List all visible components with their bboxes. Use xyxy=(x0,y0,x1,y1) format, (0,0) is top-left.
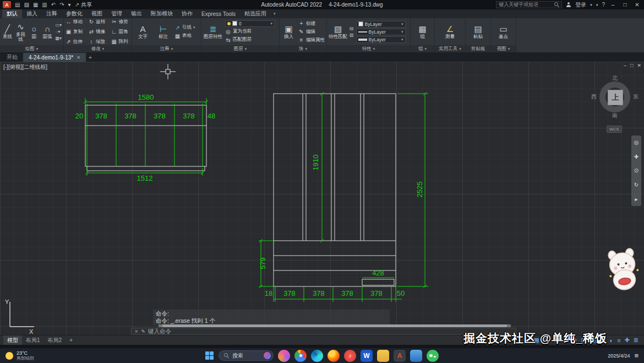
login-button[interactable]: 登录 xyxy=(575,1,586,9)
new-tab-button[interactable]: + xyxy=(86,53,95,62)
dim-text-378[interactable]: 378 xyxy=(95,112,107,120)
layout2-tab[interactable]: 布局2 xyxy=(44,335,66,345)
model-tab[interactable]: 模型 xyxy=(3,335,22,345)
taskbar-menu-icon[interactable]: ≡ xyxy=(634,351,638,360)
compass-south-label[interactable]: 南 xyxy=(612,112,618,120)
panel-label-view[interactable]: 视图▾ xyxy=(491,45,516,52)
tool-create-block[interactable]: +创建 xyxy=(298,20,325,27)
tab-output[interactable]: 输出 xyxy=(127,9,146,18)
tab-featured-apps[interactable]: 精选应用 xyxy=(240,9,271,18)
tool-move[interactable]: ↔移动 xyxy=(66,18,84,25)
tool-mirror[interactable]: ⇄镜像 xyxy=(88,28,107,35)
drawing-canvas[interactable]: 1580 20 378 378 378 378 48 1512 1910 252… xyxy=(0,62,644,335)
orbit-icon[interactable]: ↻ xyxy=(634,182,638,188)
tab-annotate[interactable]: 注释 xyxy=(42,9,62,18)
tool-edit-attributes[interactable]: ≡编辑属性 xyxy=(298,36,325,44)
tab-manage[interactable]: 管理 xyxy=(107,9,127,18)
zoom-icon[interactable]: ⊙ xyxy=(634,167,638,174)
draw-more-tools[interactable]: ▭▾ ◌▾ ▩▾ xyxy=(55,23,62,41)
viewport-label[interactable]: [-][俯视][二维线框] xyxy=(3,63,47,71)
tool-match-layer[interactable]: ⇆匹配图层 xyxy=(225,36,275,44)
panel-label-properties[interactable]: 特性▾ xyxy=(327,45,410,52)
tab-addins[interactable]: 附加模块 xyxy=(146,9,177,18)
panel-label-utilities[interactable]: 实用工具▾ xyxy=(435,45,465,52)
taskbar-search[interactable]: 搜索 xyxy=(219,350,274,361)
tab-default[interactable]: 默认 xyxy=(2,9,22,18)
taskbar-app-edge[interactable] xyxy=(311,350,323,362)
transparency-toggle-icon[interactable]: ◐ xyxy=(609,337,613,344)
tool-array[interactable]: ▦阵列 xyxy=(111,38,130,45)
panel-label-layers[interactable]: 图层▾ xyxy=(201,45,279,52)
close-icon[interactable]: ✕ xyxy=(134,329,139,334)
tab-view[interactable]: 视图 xyxy=(87,9,107,18)
taskbar-weather[interactable]: 23°C 局部晴朗 xyxy=(6,350,34,361)
tool-arc[interactable]: ∩ 圆弧 xyxy=(42,24,53,39)
panel-label-groups[interactable]: 组▾ xyxy=(411,45,434,52)
notification-icon[interactable]: ▪ xyxy=(596,1,598,8)
view-cube-top-face[interactable]: 上 xyxy=(608,90,623,105)
doc-minimize-icon[interactable]: – xyxy=(624,63,626,68)
taskbar-app-photos[interactable] xyxy=(278,350,290,362)
panel-label-clipboard[interactable]: 剪贴板 xyxy=(466,45,490,52)
pan-icon[interactable]: ✚ xyxy=(634,154,638,160)
dim-text-579[interactable]: 579 xyxy=(259,257,267,269)
tool-stretch[interactable]: ⇗拉伸 xyxy=(66,38,84,45)
dim-text-378[interactable]: 378 xyxy=(183,112,195,120)
dim-text-378[interactable]: 378 xyxy=(283,289,296,297)
tool-make-current[interactable]: ◎置为当前 xyxy=(225,28,275,35)
lineweight-select[interactable]: ByLayer ▾ xyxy=(356,36,406,43)
tool-line[interactable]: ╱ 直线 xyxy=(2,24,13,39)
taskbar-app-autocad[interactable]: A xyxy=(394,350,406,362)
tool-paste[interactable]: ▤ 粘贴 xyxy=(469,24,487,39)
navigation-bar[interactable]: ◎ ✚ ⊙ ↻ ▸ xyxy=(631,136,641,206)
taskbar-app-chrome[interactable] xyxy=(294,350,307,362)
compass-west-label[interactable]: 西 xyxy=(591,93,597,101)
dim-text-378[interactable]: 378 xyxy=(154,112,166,120)
command-input[interactable]: ✕ ✎ 键入命令 xyxy=(131,328,516,335)
tool-group[interactable]: ▦ 组 xyxy=(413,24,432,39)
tool-leader[interactable]: ↗引线▾ xyxy=(174,24,195,31)
tool-layer-properties[interactable]: ≣ 图层特性 xyxy=(203,24,223,39)
search-highlight-image[interactable] xyxy=(264,352,271,359)
search-icon[interactable] xyxy=(554,2,559,7)
share-button[interactable]: ↗ 共享 xyxy=(75,1,92,9)
rectangle-icon[interactable]: ▭▾ xyxy=(55,23,62,28)
properties-mini-tools[interactable]: ▤ ▧ xyxy=(350,26,354,37)
autocad-logo-icon[interactable]: A xyxy=(3,1,11,8)
close-button[interactable]: ✕ xyxy=(633,2,641,8)
plot-icon[interactable]: ▥ xyxy=(42,1,47,8)
navigation-wheel-icon[interactable]: ◎ xyxy=(634,139,639,145)
qat-dropdown-icon[interactable]: ▾ xyxy=(68,1,71,8)
dim-text-2525[interactable]: 2525 xyxy=(416,182,424,198)
tool-rotate[interactable]: ↻旋转 xyxy=(88,18,107,25)
taskbar-app-firefox[interactable] xyxy=(328,350,340,362)
help-search-input[interactable]: 键入关键字或短语 xyxy=(496,1,562,8)
save-icon[interactable]: ▦ xyxy=(33,1,38,8)
panel-label-annotate[interactable]: 注释▾ xyxy=(132,45,201,52)
tool-edit-block[interactable]: ✎编辑 xyxy=(298,28,325,35)
customize-icon[interactable]: ✎ xyxy=(141,329,146,334)
file-tab-start[interactable]: 开始 xyxy=(1,53,23,62)
workspace-icon[interactable]: ✚ xyxy=(625,337,630,344)
dimension-texts[interactable]: 1580 20 378 378 378 378 48 1512 1910 252… xyxy=(75,93,424,297)
dim-text-378[interactable]: 378 xyxy=(124,112,137,120)
undo-icon[interactable]: ↶ xyxy=(51,1,56,8)
dim-text-378[interactable]: 378 xyxy=(313,289,325,297)
dim-text-50[interactable]: 50 xyxy=(397,289,405,297)
dim-text-428[interactable]: 428 xyxy=(372,269,384,277)
view-cube[interactable]: 上 北 南 西 东 xyxy=(599,82,630,112)
properties-paint-icon[interactable]: ▧ xyxy=(350,32,354,37)
dim-text-18[interactable]: 18 xyxy=(265,289,272,297)
cad-geometry[interactable]: 1580 20 378 378 378 378 48 1512 1910 252… xyxy=(0,62,644,335)
layout1-tab[interactable]: 布局1 xyxy=(22,335,44,345)
wcs-selector[interactable]: WCS xyxy=(607,126,622,133)
ellipse-icon[interactable]: ◌▾ xyxy=(55,29,62,34)
dim-text-1580[interactable]: 1580 xyxy=(138,93,154,101)
annotation-scale-icon[interactable]: ≡ xyxy=(617,337,620,344)
taskbar-app-documents[interactable] xyxy=(410,350,422,362)
tool-scale[interactable]: ↕缩放 xyxy=(88,38,107,45)
dim-text-20[interactable]: 20 xyxy=(75,112,83,120)
start-button[interactable] xyxy=(205,351,214,360)
layer-select[interactable]: 0 ▾ xyxy=(225,20,275,27)
customize-menu-icon[interactable]: ≣ xyxy=(634,337,638,344)
